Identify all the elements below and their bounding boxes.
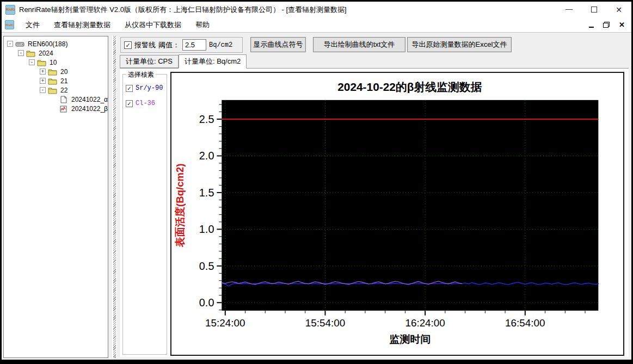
tree-item-label: 10 <box>48 59 58 66</box>
tree-item[interactable]: 20241022_β <box>4 104 108 113</box>
menu-item[interactable]: 帮助 <box>188 18 217 32</box>
y-tick-label: 1.0 <box>199 223 214 235</box>
minimize-icon <box>566 9 573 10</box>
collapse-icon[interactable]: - <box>18 50 24 56</box>
threshold-input[interactable] <box>182 39 206 51</box>
nuclide-label: Cl-36 <box>136 100 155 107</box>
nuclide-label: Sr/y-90 <box>136 84 163 92</box>
chart-panel: 2024-10-22的β射线监测数据0.00.51.01.52.02.515:2… <box>170 72 624 356</box>
mdi-restore-button[interactable] <box>603 22 610 28</box>
y-axis-title: 表面活度(Bq/cm2) <box>174 164 186 248</box>
menu-item[interactable]: 查看辐射测量数据 <box>47 18 118 32</box>
collapse-icon[interactable]: - <box>29 59 35 65</box>
y-tick-label: 2.0 <box>199 150 214 162</box>
mdi-restore-icon <box>603 22 610 28</box>
minimize-button[interactable] <box>556 2 581 17</box>
app-logo-icon: RnRi <box>5 5 15 15</box>
collapse-icon[interactable]: - <box>7 41 13 47</box>
mdi-minimize-button[interactable] <box>589 22 594 28</box>
device-icon <box>15 40 24 48</box>
folder-icon <box>26 50 35 57</box>
menu-item[interactable]: 文件 <box>19 18 47 32</box>
folder-icon <box>37 59 46 66</box>
folder-icon <box>48 77 57 85</box>
mdi-child-icon: RnRi <box>5 20 14 29</box>
tree-item-label: REN600(188) <box>27 40 69 48</box>
tree-item-label: 20241022_α <box>70 96 108 103</box>
nuclide-row: ✓Sr/y-90 <box>126 84 167 92</box>
y-tick-label: 0.0 <box>199 297 214 309</box>
tree-item-label: 21 <box>59 77 69 85</box>
app-window: RnRi RenriRate辐射剂量管理软件 V2.0版（版权所有：上海仁日辐射… <box>0 0 633 364</box>
nuclide-row: ✓Cl-36 <box>126 100 167 107</box>
mdi-minimize-icon <box>589 27 594 28</box>
tree-item[interactable]: +21 <box>4 76 108 85</box>
tree-item[interactable]: -REN600(188) <box>4 39 108 48</box>
alarm-line-checkbox[interactable]: ✓ <box>124 41 132 49</box>
x-tick-label: 16:24:00 <box>405 317 445 329</box>
content-area: -REN600(188)-2024-10+20+21-2220241022_α2… <box>2 34 631 360</box>
tab-unit[interactable]: 计量单位: CPS <box>120 55 179 68</box>
doc-icon <box>59 96 68 103</box>
window-title: RenriRate辐射剂量管理软件 V2.0版（版权所有：上海仁日辐射防护设备有… <box>19 5 347 15</box>
folder-icon <box>48 87 57 94</box>
chart-icon <box>59 105 68 113</box>
mdi-close-button[interactable]: ✕ <box>619 21 625 29</box>
tab-unit[interactable]: 计量单位: Bq/cm2 <box>179 54 247 69</box>
expand-icon[interactable]: + <box>40 69 46 75</box>
tree-item[interactable]: +20 <box>4 67 108 76</box>
tree-item-label: 2024 <box>38 50 54 57</box>
threshold-unit: Bq/cm2 <box>209 41 232 49</box>
tree-item-label: 20 <box>59 68 69 76</box>
y-tick-label: 2.5 <box>199 113 214 125</box>
x-tick-label: 15:54:00 <box>305 317 345 329</box>
main-panel: ✓ 报警线 阈值： Bq/cm2 显示曲线点符号导出绘制曲线的txt文件导出原始… <box>119 34 630 358</box>
threshold-label: 阈值： <box>158 40 180 50</box>
tree-item[interactable]: -10 <box>4 58 108 67</box>
maximize-button[interactable] <box>581 2 606 17</box>
close-button[interactable]: ✕ <box>606 2 631 17</box>
close-icon: ✕ <box>616 5 622 14</box>
menu-bar: RnRi 文件查看辐射测量数据从仪器中下载数据帮助 ✕ <box>2 17 631 33</box>
collapse-icon[interactable]: - <box>40 87 46 93</box>
menu-item[interactable]: 从仪器中下载数据 <box>118 18 188 32</box>
alarm-line-group: ✓ 报警线 阈值： Bq/cm2 <box>120 37 243 53</box>
bq-cm2-tab-page: 选择核素 ✓Sr/y-90✓Cl-36 2024-10-22的β射线监测数据0.… <box>120 68 629 357</box>
maximize-icon <box>591 7 597 13</box>
folder-icon <box>48 68 57 76</box>
nuclide-select-group: 选择核素 ✓Sr/y-90✓Cl-36 <box>122 74 167 355</box>
tree-item[interactable]: 20241022_α <box>4 95 108 104</box>
toolbar-button[interactable]: 显示曲线点符号 <box>250 37 306 52</box>
chart-title: 2024-10-22的β射线监测数据 <box>337 81 482 93</box>
monitor-chart-canvas: 2024-10-22的β射线监测数据0.00.51.01.52.02.515:2… <box>171 73 623 355</box>
y-tick-label: 1.5 <box>199 187 214 199</box>
tree-item[interactable]: -22 <box>4 85 108 95</box>
tree-item-label: 22 <box>59 87 69 94</box>
plot-area <box>222 100 598 311</box>
nuclide-group-title: 选择核素 <box>126 70 156 79</box>
device-tree-panel: -REN600(188)-2024-10+20+21-2220241022_α2… <box>3 36 108 358</box>
x-tick-label: 16:54:00 <box>505 317 545 329</box>
expand-icon[interactable]: + <box>40 78 46 84</box>
nuclide-checkbox[interactable]: ✓ <box>126 100 133 107</box>
tree-item-label: 20241022_β <box>70 105 108 113</box>
toolbar-button[interactable]: 导出绘制曲线的txt文件 <box>313 37 405 52</box>
panel-splitter[interactable] <box>112 36 117 358</box>
y-tick-label: 0.5 <box>199 260 214 272</box>
title-bar: RnRi RenriRate辐射剂量管理软件 V2.0版（版权所有：上海仁日辐射… <box>2 2 631 17</box>
tree-item[interactable]: -2024 <box>4 48 108 58</box>
unit-tabstrip: 计量单位: CPS计量单位: Bq/cm2 <box>120 54 629 68</box>
x-axis-title: 监测时间 <box>390 334 431 346</box>
x-tick-label: 15:24:00 <box>205 317 245 329</box>
alarm-line-label: 报警线 <box>134 40 156 50</box>
toolbar-button[interactable]: 导出原始测量数据的Excel文件 <box>407 37 512 52</box>
nuclide-checkbox[interactable]: ✓ <box>126 85 133 92</box>
